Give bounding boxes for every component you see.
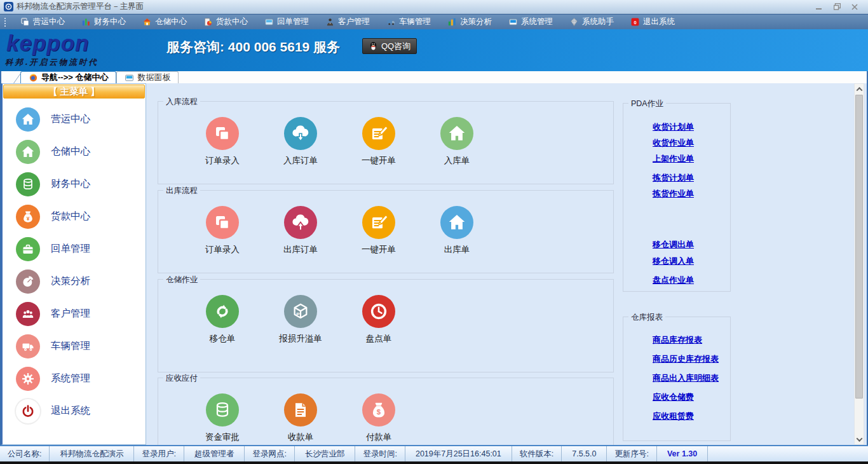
pda-link-1[interactable]: 收货计划单 [653,121,694,133]
menubar-item-3[interactable]: 仓储中心 [134,15,195,30]
sidebar-item-8[interactable]: 车辆管理 [3,330,146,362]
flow-item-4-1[interactable]: 资金审批 [200,393,245,443]
flow-item-2-2[interactable]: 出库订单 [278,206,323,256]
coins-icon [16,172,40,196]
sidebar-item-label: 财务中心 [51,177,90,191]
content-area: 【 主菜单 】 营运中心仓储中心财务中心¥货款中心回单管理决策分析客户管理车辆管… [1,83,867,445]
pda-link-3[interactable]: 上架作业单 [653,153,694,165]
status-label-4: 登录时间: [355,446,405,461]
pda-link-7[interactable]: 移仓调入单 [653,256,694,267]
flow-item-3-2[interactable]: P报损升溢单 [278,295,323,345]
flow-item-3-1[interactable]: 移仓单 [200,295,245,345]
pda-link-4[interactable]: 拣货计划单 [653,172,694,184]
menubar-item-label: 财务中心 [94,17,126,27]
workspace: 入库流程订单录入入库订单一键开单入库单出库流程订单录入出库订单一键开单出库单仓储… [147,83,867,445]
flow-item-2-3[interactable]: 一键开单 [356,206,401,256]
sidebar-item-4[interactable]: ¥货款中心 [3,200,146,233]
status-value-6: Ver 1.30 [657,446,708,461]
flow-item-1-1[interactable]: 订单录入 [200,117,245,167]
menubar-item-label: 回单管理 [277,17,309,27]
qq-consult-button[interactable]: QQ咨询 [362,38,417,54]
menubar-item-5[interactable]: 回单管理 [256,15,317,30]
sidebar-item-6[interactable]: 决策分析 [3,265,146,297]
menubar-item-6[interactable]: 客户管理 [317,15,378,30]
section-title: 仓储作业 [163,275,200,285]
flow-item-2-1[interactable]: 订单录入 [200,206,245,256]
report-link-1[interactable]: 商品库存报表 [653,334,702,346]
sidebar-item-2[interactable]: 仓储中心 [3,135,146,168]
pie-icon [16,270,40,294]
flow-item-1-4[interactable]: 入库单 [435,117,479,167]
sidebar-item-label: 货款中心 [51,210,90,223]
house-icon [440,206,473,239]
pda-link-8[interactable]: 盘点作业单 [653,275,694,286]
tab-2[interactable]: 数据面板 [116,71,179,83]
sidebar-item-10[interactable]: 退出系统 [3,395,146,427]
m-note-icon [203,17,213,27]
sidebar-item-7[interactable]: 客户管理 [3,297,146,330]
copy-icon [206,206,239,239]
menubar-item-1[interactable]: 营运中心 [12,15,73,30]
menubar-item-7[interactable]: 车辆管理 [378,15,439,30]
tab-bar: 导航-->> 仓储中心数据面板 [1,71,867,83]
scroll-down-icon[interactable] [855,434,864,444]
tab-1[interactable]: 导航-->> 仓储中心 [20,71,116,83]
section-4: 应收应付资金审批收款单$付款单 [158,378,614,445]
flow-item-4-2[interactable]: 收款单 [278,393,323,443]
m-person-icon [325,17,335,27]
scroll-up-icon[interactable] [855,84,864,94]
main-menu-header: 【 主菜单 】 [3,85,145,99]
flow-item-label: 出库订单 [283,244,318,256]
section-1: 入库流程订单录入入库订单一键开单入库单 [158,101,614,184]
menubar-item-2[interactable]: 财务中心 [73,15,134,30]
m-exit-icon: 0 [630,17,640,27]
doc-pencil-icon [362,206,395,239]
close-icon[interactable] [850,3,859,11]
sidebar-item-1[interactable]: 营运中心 [3,103,146,135]
flow-item-4-3[interactable]: $付款单 [356,393,401,443]
status-label-2: 登录用户: [134,446,184,461]
tab-label: 数据面板 [137,72,170,83]
menubar-item-label: 退出系统 [643,17,675,27]
report-link-2[interactable]: 商品历史库存报表 [653,353,719,365]
scrollbar-thumb[interactable] [855,95,863,399]
copy-icon [206,117,239,150]
sidebar-item-3[interactable]: 财务中心 [3,168,146,200]
minimize-icon[interactable] [815,3,824,11]
report-link-4[interactable]: 应收仓储费 [653,392,694,403]
pda-link-2[interactable]: 收货作业单 [653,137,694,149]
status-label-6: 更新序号: [607,446,656,461]
reports-panel-title: 仓库报表 [628,312,665,323]
vertical-scrollbar[interactable] [854,83,864,445]
flow-item-label: 收款单 [288,432,314,443]
pda-link-5[interactable]: 拣货作业单 [653,188,694,200]
flow-item-1-2[interactable]: 入库订单 [278,117,323,167]
status-label-1: 公司名称: [0,446,50,461]
restore-icon[interactable] [832,3,841,11]
menubar-item-label: 仓储中心 [155,17,187,27]
sidebar-item-label: 营运中心 [51,113,90,126]
sidebar-item-9[interactable]: 系统管理 [3,362,146,395]
keppon-logo: keppon [6,31,89,56]
section-title: 入库流程 [163,97,200,107]
toolbar-grip[interactable] [4,17,7,27]
menubar-item-9[interactable]: 系统管理 [500,15,561,30]
menubar-item-4[interactable]: 货款中心 [195,15,256,30]
sidebar-item-5[interactable]: 回单管理 [3,233,146,265]
flow-item-label: 出库单 [444,244,470,256]
menubar-item-label: 系统助手 [582,17,614,27]
coins-icon [206,393,239,426]
flow-item-label: 一键开单 [362,155,396,167]
flow-item-2-4[interactable]: 出库单 [435,206,479,256]
menubar-item-10[interactable]: 系统助手 [561,15,622,30]
menubar-item-8[interactable]: 决策分析 [439,15,500,30]
report-link-5[interactable]: 应收租赁费 [653,411,694,422]
report-link-3[interactable]: 商品出入库明细表 [653,372,719,384]
menu-bar: 营运中心财务中心仓储中心货款中心回单管理客户管理车辆管理决策分析系统管理系统助手… [0,14,868,29]
flow-item-3-3[interactable]: 盘点单 [356,295,401,345]
cloud-up-icon [284,206,317,239]
flow-item-1-3[interactable]: 一键开单 [356,117,401,167]
menubar-item-11[interactable]: 0退出系统 [622,15,683,30]
pda-link-6[interactable]: 移仓调出单 [653,239,694,250]
cloud-down-icon [284,117,317,150]
